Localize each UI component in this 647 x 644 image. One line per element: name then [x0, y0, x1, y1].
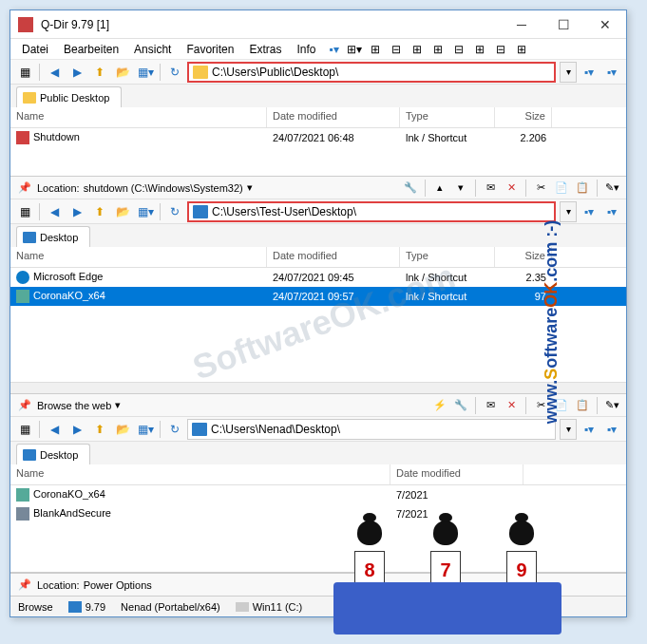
- menu-extras[interactable]: Extras: [241, 41, 289, 58]
- back-icon[interactable]: ◀: [44, 62, 65, 83]
- refresh-icon[interactable]: ↻: [164, 419, 185, 440]
- maximize-button[interactable]: ☐: [542, 11, 584, 38]
- menu-ansicht[interactable]: Ansicht: [126, 41, 179, 58]
- back-icon[interactable]: ◀: [44, 419, 65, 440]
- view-icon[interactable]: ▦: [14, 419, 35, 440]
- col-date[interactable]: Date modified: [267, 247, 400, 267]
- forward-icon[interactable]: ▶: [67, 201, 87, 222]
- col-name[interactable]: Name: [10, 464, 390, 484]
- folder-open-icon[interactable]: 📂: [112, 419, 133, 440]
- address-dropdown-icon[interactable]: ▾: [560, 419, 577, 440]
- pane3-tab[interactable]: Desktop: [16, 444, 90, 464]
- layout-1-icon[interactable]: ⊞▾: [346, 42, 363, 57]
- refresh-icon[interactable]: ↻: [164, 201, 185, 222]
- col-size[interactable]: Size: [495, 107, 552, 127]
- layout-4-icon[interactable]: ⊞: [409, 42, 426, 57]
- up-icon[interactable]: ⬆: [89, 62, 110, 83]
- bookmark1-icon[interactable]: ▪▾: [579, 419, 599, 440]
- status-item-2[interactable]: Nenad (Portabel/x64): [121, 601, 220, 613]
- shortcut-icon: [16, 131, 29, 144]
- pane2-tab[interactable]: Desktop: [16, 226, 90, 247]
- refresh-icon[interactable]: ↻: [164, 62, 185, 83]
- up-icon[interactable]: ⬆: [89, 201, 110, 222]
- col-date[interactable]: Date modified: [267, 107, 400, 127]
- layout-5-icon[interactable]: ⊞: [429, 42, 447, 57]
- back-icon[interactable]: ◀: [44, 201, 65, 222]
- layout-8-icon[interactable]: ⊟: [492, 42, 509, 57]
- view-icon[interactable]: ▦: [14, 62, 35, 83]
- app-icon: [18, 17, 33, 32]
- grid-icon[interactable]: ▦▾: [135, 201, 156, 222]
- lightning-icon[interactable]: ⚡: [431, 397, 448, 414]
- pane1-address[interactable]: C:\Users\Public\Desktop\: [187, 62, 556, 83]
- list-item[interactable]: Microsoft Edge 24/07/2021 09:45 lnk / Sh…: [10, 268, 626, 287]
- status-item-3[interactable]: Win11 (C:): [253, 601, 303, 613]
- folder-open-icon[interactable]: 📂: [112, 201, 133, 222]
- mail-icon[interactable]: ✉: [482, 180, 499, 197]
- menu-bearbeiten[interactable]: Bearbeiten: [56, 41, 126, 58]
- pin-icon[interactable]: 📌: [16, 180, 33, 197]
- delete-icon[interactable]: ✕: [503, 180, 520, 197]
- desktop-icon: [192, 423, 207, 436]
- folder-open-icon[interactable]: 📂: [112, 62, 133, 83]
- layout-9-icon[interactable]: ⊞: [513, 42, 530, 57]
- pane3-list-header: Name Date modified: [10, 464, 626, 485]
- bookmark2-icon[interactable]: ▪▾: [601, 201, 622, 222]
- list-item[interactable]: Shutdown 24/07/2021 06:48 lnk / Shortcut…: [10, 128, 626, 147]
- mail-icon[interactable]: ✉: [482, 397, 499, 414]
- bookmark2-icon[interactable]: ▪▾: [601, 62, 622, 83]
- layout-3-icon[interactable]: ⊟: [388, 42, 405, 57]
- cut-icon[interactable]: ✂: [532, 180, 549, 197]
- pane2-address[interactable]: C:\Users\Test-User\Desktop\: [187, 201, 556, 222]
- pin-icon[interactable]: 📌: [16, 397, 33, 414]
- list-item[interactable]: CoronaKO_x64 24/07/2021 09:57 lnk / Shor…: [10, 287, 626, 306]
- pane3-address[interactable]: C:\Users\Nenad\Desktop\: [187, 419, 556, 440]
- chevron-down-icon[interactable]: ▾: [247, 181, 253, 194]
- tools-icon[interactable]: 🔧: [402, 180, 419, 197]
- col-date[interactable]: Date modified: [390, 464, 523, 484]
- folder-icon: [193, 66, 208, 79]
- up-icon[interactable]: ⬆: [89, 419, 110, 440]
- tools-icon[interactable]: 🔧: [452, 397, 469, 414]
- col-type[interactable]: Type: [400, 107, 495, 127]
- forward-icon[interactable]: ▶: [67, 62, 87, 83]
- paste-icon[interactable]: 📋: [574, 397, 591, 414]
- menu-datei[interactable]: Datei: [14, 41, 56, 58]
- bookmark1-icon[interactable]: ▪▾: [579, 201, 599, 222]
- edit-icon[interactable]: ✎▾: [603, 180, 620, 197]
- delete-icon[interactable]: ✕: [503, 397, 520, 414]
- pane2-toolbar: ▦ ◀ ▶ ⬆ 📂 ▦▾ ↻ C:\Users\Test-User\Deskto…: [10, 199, 626, 224]
- col-name[interactable]: Name: [10, 247, 267, 267]
- chevron-down-icon[interactable]: ▾: [115, 399, 121, 411]
- status-item-1[interactable]: 9.79: [86, 601, 105, 613]
- col-type[interactable]: Type: [400, 247, 495, 267]
- grid-icon[interactable]: ▦▾: [135, 62, 156, 83]
- view-icon[interactable]: ▦: [14, 201, 35, 222]
- bookmark2-icon[interactable]: ▪▾: [601, 419, 622, 440]
- pane-1: ▦ ◀ ▶ ⬆ 📂 ▦▾ ↻ C:\Users\Public\Desktop\ …: [10, 60, 626, 177]
- location-value: Power Options: [84, 579, 152, 591]
- minimize-button[interactable]: ─: [501, 11, 542, 38]
- col-name[interactable]: Name: [10, 107, 267, 127]
- layout-6-icon[interactable]: ⊟: [450, 42, 467, 57]
- close-button[interactable]: ✕: [584, 11, 626, 38]
- side-brand: www.SoftwareOK.com :-): [541, 220, 561, 424]
- forward-icon[interactable]: ▶: [67, 419, 87, 440]
- down-arrow-icon[interactable]: ▾: [452, 180, 469, 197]
- folder-icon[interactable]: ▪▾: [325, 42, 342, 57]
- grid-icon[interactable]: ▦▾: [135, 419, 156, 440]
- up-arrow-icon[interactable]: ▴: [431, 180, 448, 197]
- menu-info[interactable]: Info: [289, 41, 323, 58]
- bookmark1-icon[interactable]: ▪▾: [579, 62, 599, 83]
- menu-favoriten[interactable]: Favoriten: [179, 41, 241, 58]
- address-dropdown-icon[interactable]: ▾: [560, 201, 577, 222]
- address-dropdown-icon[interactable]: ▾: [560, 62, 577, 83]
- layout-2-icon[interactable]: ⊞: [367, 42, 384, 57]
- edit-icon[interactable]: ✎▾: [603, 397, 620, 414]
- pane1-tab[interactable]: Public Desktop: [16, 86, 122, 107]
- horizontal-scrollbar[interactable]: [10, 382, 626, 393]
- copy-icon[interactable]: 📄: [553, 180, 570, 197]
- paste-icon[interactable]: 📋: [574, 180, 591, 197]
- layout-7-icon[interactable]: ⊞: [471, 42, 488, 57]
- pin-icon[interactable]: 📌: [16, 577, 33, 594]
